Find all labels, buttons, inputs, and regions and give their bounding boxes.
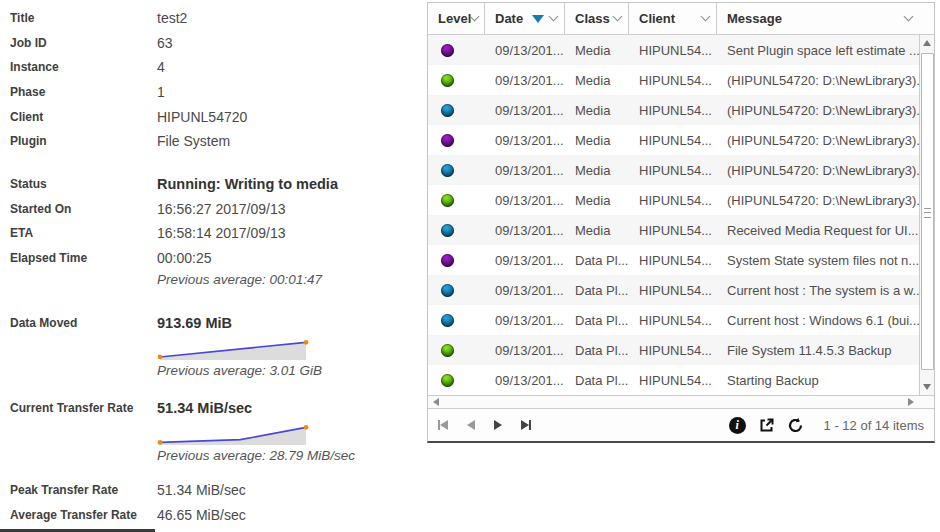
level-dot xyxy=(441,224,454,237)
table-row[interactable]: 09/13/201...Data Pl...HIPUNL54...System … xyxy=(428,245,919,275)
level-dot xyxy=(441,44,454,57)
data-moved-section: Data Moved913.69 MiB Previous average: 3… xyxy=(10,311,420,380)
scroll-down-icon[interactable] xyxy=(923,384,931,390)
chevron-down-icon[interactable] xyxy=(549,12,559,22)
field-value: 63 xyxy=(157,35,173,51)
cell-message: Current host : Windows 6.1 (bui... xyxy=(717,313,919,328)
cell-date: 09/13/201... xyxy=(485,253,565,268)
column-label: Class xyxy=(575,11,610,26)
cell-date: 09/13/201... xyxy=(485,313,565,328)
cell-client: HIPUNL54... xyxy=(629,43,717,58)
cell-message: File System 11.4.5.3 Backup xyxy=(717,343,919,358)
field-label: Elapsed Time xyxy=(10,251,157,265)
cell-date: 09/13/201... xyxy=(485,343,565,358)
column-header-client[interactable]: Client xyxy=(629,3,717,34)
refresh-icon[interactable] xyxy=(787,417,804,434)
job-info-section: Titletest2 Job ID63 Instance4 Phase1 Cli… xyxy=(10,6,420,154)
table-row[interactable]: 09/13/201...Data Pl...HIPUNL54...File Sy… xyxy=(428,335,919,365)
table-row[interactable]: 09/13/201...MediaHIPUNL54...(HIPUNL54720… xyxy=(428,95,919,125)
field-label: ETA xyxy=(10,226,157,240)
level-dot xyxy=(441,344,454,357)
column-header-level[interactable]: Level xyxy=(428,3,485,34)
cell-message: (HIPUNL54720: D:\NewLibrary3)... xyxy=(717,73,919,88)
previous-average-note: Previous average: 00:01:47 xyxy=(157,270,420,289)
rate-summary-section: Peak Transfer Rate51.34 MiB/sec Average … xyxy=(10,478,420,527)
prev-page-button[interactable] xyxy=(467,420,475,430)
pager-bar: i 1 - 12 of 14 items xyxy=(428,408,934,441)
cell-class: Data Pl... xyxy=(565,283,629,298)
scroll-right-icon[interactable] xyxy=(908,398,914,406)
cell-class: Media xyxy=(565,133,629,148)
scroll-up-icon[interactable] xyxy=(923,40,931,46)
cell-message: (HIPUNL54720: D:\NewLibrary3)... xyxy=(717,133,919,148)
level-dot xyxy=(441,134,454,147)
table-row[interactable]: 09/13/201...MediaHIPUNL54...Sent Plugin … xyxy=(428,35,919,65)
cell-message: (HIPUNL54720: D:\NewLibrary3)... xyxy=(717,163,919,178)
table-row[interactable]: 09/13/201...MediaHIPUNL54...Received Med… xyxy=(428,215,919,245)
chevron-down-icon[interactable] xyxy=(613,12,623,22)
table-row[interactable]: 09/13/201...MediaHIPUNL54...(HIPUNL54720… xyxy=(428,185,919,215)
level-dot xyxy=(441,164,454,177)
info-icon[interactable]: i xyxy=(729,417,746,434)
cell-class: Media xyxy=(565,73,629,88)
field-value: 46.65 MiB/sec xyxy=(157,507,246,523)
sort-desc-icon xyxy=(532,15,544,23)
horizontal-scrollbar[interactable] xyxy=(428,395,934,408)
first-page-button[interactable] xyxy=(438,420,448,430)
cell-date: 09/13/201... xyxy=(485,193,565,208)
column-header-class[interactable]: Class xyxy=(565,3,629,34)
level-dot xyxy=(441,284,454,297)
field-value: 4 xyxy=(157,59,165,75)
level-dot xyxy=(441,74,454,87)
table-row[interactable]: 09/13/201...Data Pl...HIPUNL54...Current… xyxy=(428,305,919,335)
vertical-scrollbar[interactable] xyxy=(919,35,934,395)
cell-message: (HIPUNL54720: D:\NewLibrary3)... xyxy=(717,193,919,208)
field-value: 1 xyxy=(157,84,165,100)
cell-message: Starting Backup xyxy=(717,373,919,388)
table-row[interactable]: 09/13/201...MediaHIPUNL54...(HIPUNL54720… xyxy=(428,65,919,95)
field-value: test2 xyxy=(157,10,187,26)
level-dot xyxy=(441,254,454,267)
cell-class: Data Pl... xyxy=(565,253,629,268)
table-row[interactable]: 09/13/201...Data Pl...HIPUNL54...Startin… xyxy=(428,365,919,395)
table-header: Level Date Class Client Message xyxy=(428,3,934,35)
status-value: Running: Writing to media xyxy=(157,176,338,192)
field-label: Current Transfer Rate xyxy=(10,401,157,415)
table-row[interactable]: 09/13/201...MediaHIPUNL54...(HIPUNL54720… xyxy=(428,125,919,155)
field-label: Title xyxy=(10,11,157,25)
cell-client: HIPUNL54... xyxy=(629,253,717,268)
field-value: 16:56:27 2017/09/13 xyxy=(157,201,285,217)
log-table: Level Date Class Client Message 09/13/20… xyxy=(427,2,935,443)
cell-client: HIPUNL54... xyxy=(629,223,717,238)
job-status-section: StatusRunning: Writing to media Started … xyxy=(10,172,420,289)
scrollbar-grip-icon xyxy=(924,208,931,218)
export-icon[interactable] xyxy=(758,417,775,434)
cell-message: Current host : The system is a w... xyxy=(717,283,919,298)
column-label: Level xyxy=(438,11,471,26)
field-label: Job ID xyxy=(10,36,157,50)
table-row[interactable]: 09/13/201...MediaHIPUNL54...(HIPUNL54720… xyxy=(428,155,919,185)
column-header-date[interactable]: Date xyxy=(485,3,565,34)
column-header-message[interactable]: Message xyxy=(717,3,919,34)
header-scroll-spacer xyxy=(919,3,934,34)
table-row[interactable]: 09/13/201...Data Pl...HIPUNL54...Current… xyxy=(428,275,919,305)
chevron-down-icon[interactable] xyxy=(701,12,711,22)
chevron-down-icon[interactable] xyxy=(470,12,480,22)
table-body: 09/13/201...MediaHIPUNL54...Sent Plugin … xyxy=(428,35,934,395)
scrollbar-thumb[interactable] xyxy=(921,53,934,370)
cell-client: HIPUNL54... xyxy=(629,343,717,358)
cell-client: HIPUNL54... xyxy=(629,133,717,148)
previous-average-note: Previous average: 3.01 GiB xyxy=(157,361,420,380)
scroll-left-icon[interactable] xyxy=(433,398,439,406)
field-value: 00:00:25 xyxy=(157,250,212,266)
next-page-button[interactable] xyxy=(494,420,502,430)
last-page-button[interactable] xyxy=(521,420,531,430)
cell-client: HIPUNL54... xyxy=(629,73,717,88)
cell-date: 09/13/201... xyxy=(485,283,565,298)
column-label: Message xyxy=(727,11,782,26)
cell-client: HIPUNL54... xyxy=(629,193,717,208)
chevron-down-icon[interactable] xyxy=(904,12,914,22)
cell-message: Sent Plugin space left estimate ... xyxy=(717,43,919,58)
field-label: Plugin xyxy=(10,134,157,148)
cell-date: 09/13/201... xyxy=(485,73,565,88)
